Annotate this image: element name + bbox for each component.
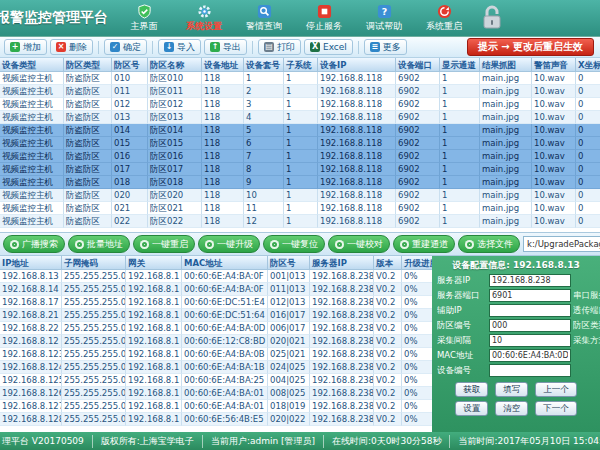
column-header[interactable]: 设备套号 [244,58,284,72]
table-cell: 192.168.8.1 [126,322,182,335]
one-key-reset-button[interactable]: 一键复位 [263,235,325,253]
table-row[interactable]: 192.168.8.124255.255.255.0192.168.8.100:… [0,361,432,374]
nav-system-restart[interactable]: 系统重启 [414,0,474,36]
column-header[interactable]: IP地址 [0,256,62,270]
table-row[interactable]: 192.168.8.126255.255.255.0192.168.8.100:… [0,387,432,400]
table-cell: 11 [244,202,284,215]
table-cell: 1 [440,215,480,228]
fill-button[interactable]: 填写 [495,382,528,397]
column-header[interactable]: 结果抓图 [480,58,532,72]
choose-file-button[interactable]: 选择文件 [458,235,520,253]
import-button[interactable]: ↓导入 [158,39,201,55]
table-row[interactable]: 视频监控主机防盗防区010防区01011811192.168.8.1186902… [0,72,600,85]
table-row[interactable]: 192.168.8.12255.255.255.0192.168.8.100:6… [0,335,432,348]
batch-toolbar: 广播搜索 批量地址 一键重启 一键升级 一键复位 一键校对 重建通道 选择文件 [0,232,600,256]
table-cell: 192.168.8.125 [0,374,62,387]
one-key-sync-button[interactable]: 一键校对 [328,235,390,253]
excel-button[interactable]: XExcel [304,39,353,55]
table-cell: 5 [244,124,284,137]
table-row[interactable]: 视频监控主机防盗防区018防区01811891192.168.8.1186902… [0,176,600,189]
table-row[interactable]: 192.168.8.17255.255.255.0192.168.8.100:6… [0,296,432,309]
column-header[interactable]: 设备类型 [0,58,64,72]
zone-number-input[interactable] [489,319,571,332]
table-row[interactable]: 192.168.8.123255.255.255.0192.168.8.100:… [0,348,432,361]
batch-address-button[interactable]: 批量地址 [68,235,130,253]
nav-alarm-query[interactable]: 警情查询 [234,0,294,36]
mac-address-input[interactable] [489,349,571,362]
column-header[interactable]: MAC地址 [182,256,268,270]
server-port-input[interactable] [489,289,571,302]
column-header[interactable]: 防区号 [112,58,148,72]
column-header[interactable]: 防区名称 [148,58,202,72]
aux-ip-input[interactable] [489,304,571,317]
more-button[interactable]: ≡更多 [364,39,407,55]
table-row[interactable]: 视频监控主机防盗防区014防区01411851192.168.8.1186902… [0,124,600,137]
server-ip-input[interactable] [489,274,571,287]
one-key-upgrade-button[interactable]: 一键升级 [198,235,260,253]
clear-button[interactable]: 清空 [495,401,528,416]
table-row[interactable]: 192.168.8.22255.255.255.0192.168.8.100:6… [0,322,432,335]
column-header[interactable]: 网关 [126,256,182,270]
table-row[interactable]: 视频监控主机防盗防区012防区01211831192.168.8.1186902… [0,98,600,111]
table-row[interactable]: 视频监控主机防盗防区022防区022118121192.168.8.118690… [0,215,600,228]
nav-main-screen[interactable]: 主界面 [114,0,174,36]
table-row[interactable]: 视频监控主机防盗防区016防区01611871192.168.8.1186902… [0,150,600,163]
column-header[interactable]: 设备IP [318,58,396,72]
table-row[interactable]: 视频监控主机防盗防区013防区01311841192.168.8.1186902… [0,111,600,124]
previous-button[interactable]: 上一个 [535,382,577,397]
device-number-input[interactable] [489,364,571,377]
table-row[interactable]: 192.168.8.13255.255.255.0192.168.8.100:6… [0,270,432,283]
table-cell: 192.168.8.118 [318,189,396,202]
nav-label: 停止服务 [306,20,342,33]
column-header[interactable]: 服务器IP [310,256,374,270]
table-row[interactable]: 192.168.8.128255.255.255.0192.168.8.100:… [0,413,432,426]
column-header[interactable]: 设备地址 [202,58,244,72]
upgrade-package-path-input[interactable] [523,236,600,252]
nav-debug-help[interactable]: ? 调试帮助 [354,0,414,36]
table-cell: 1 [440,202,480,215]
table-row[interactable]: 192.168.8.127255.255.255.0192.168.8.100:… [0,400,432,413]
lock-icon[interactable] [480,4,504,32]
broadcast-search-button[interactable]: 广播搜索 [3,235,65,253]
column-header[interactable]: 防区类型 [64,58,112,72]
table-cell: 视频监控主机 [0,189,64,202]
column-header[interactable]: 子网掩码 [62,256,126,270]
nav-stop-service[interactable]: 停止服务 [294,0,354,36]
table-row[interactable]: 视频监控主机防盗防区020防区020118101192.168.8.118690… [0,189,600,202]
table-cell: 001|013 [268,270,310,283]
table-row[interactable]: 192.168.8.125255.255.255.0192.168.8.100:… [0,374,432,387]
add-button[interactable]: +增加 [4,39,47,55]
table-row[interactable]: 192.168.8.21255.255.255.0192.168.8.100:6… [0,309,432,322]
table-row[interactable]: 视频监控主机防盗防区011防区01111821192.168.8.1186902… [0,85,600,98]
nav-system-settings[interactable]: 系统设置 [174,0,234,36]
rebuild-channel-button[interactable]: 重建通道 [393,235,455,253]
column-header[interactable]: 子系统 [284,58,318,72]
column-header[interactable]: 升级进度 [402,256,432,270]
table-cell: 视频监控主机 [0,85,64,98]
table-row[interactable]: 视频监控主机防盗防区017防区01711881192.168.8.1186902… [0,163,600,176]
confirm-button[interactable]: ✓确定 [104,39,147,55]
table-cell: 118 [202,215,244,228]
column-header[interactable]: 显示通道 [440,58,480,72]
export-button[interactable]: ↑导出 [204,39,247,55]
table-row[interactable]: 192.168.8.14255.255.255.0192.168.8.100:6… [0,283,432,296]
column-header[interactable]: X坐标 [576,58,600,72]
next-button[interactable]: 下一个 [535,401,577,416]
toolbar-separator [152,41,153,54]
table-row[interactable]: 视频监控主机防盗防区021防区021118111192.168.8.118690… [0,202,600,215]
column-header[interactable]: 防区号 [268,256,310,270]
set-button[interactable]: 设置 [455,401,488,416]
table-cell: 1 [440,163,480,176]
table-cell: main.jpg [480,137,532,150]
delete-button[interactable]: ×删除 [50,39,93,55]
column-header[interactable]: 版本 [374,256,402,270]
collect-interval-input[interactable] [489,334,571,347]
table-cell: 00:60:6E:A4:BA:0B [182,348,268,361]
print-button[interactable]: ▤打印 [258,39,301,55]
column-header[interactable]: 设备端口 [396,58,440,72]
column-header[interactable]: 警笛声音 [532,58,576,72]
one-key-restart-button[interactable]: 一键重启 [133,235,195,253]
fetch-button[interactable]: 获取 [455,382,488,397]
table-cell: 192.168.8.118 [318,150,396,163]
table-row[interactable]: 视频监控主机防盗防区015防区01511861192.168.8.1186902… [0,137,600,150]
